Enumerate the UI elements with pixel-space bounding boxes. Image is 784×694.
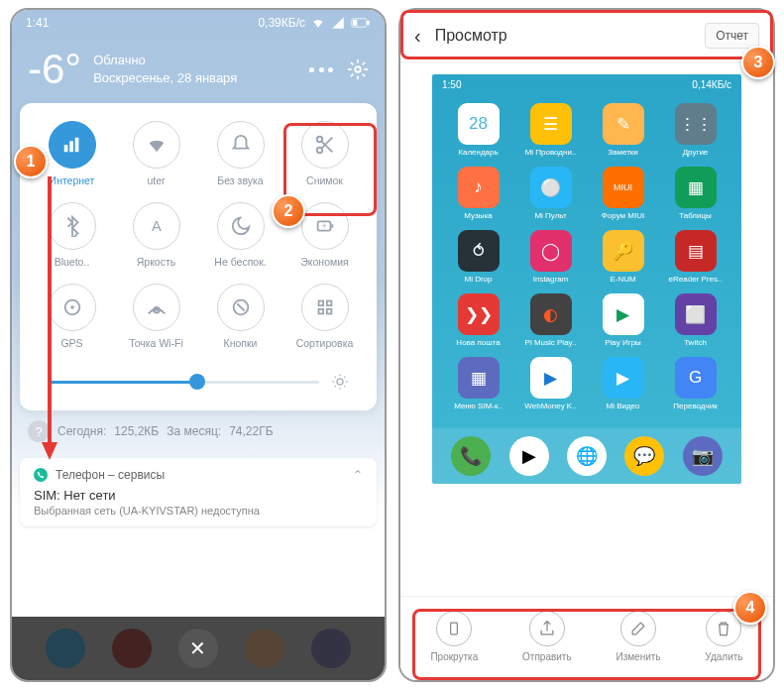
- svg-point-5: [316, 148, 322, 154]
- app-label: Форум MIUI: [593, 211, 654, 220]
- dock-icon-0[interactable]: 📞: [451, 436, 491, 476]
- bell-icon: [217, 121, 265, 169]
- action-edit[interactable]: Изменить: [616, 611, 660, 662]
- tile-brightness-a[interactable]: AЯркость: [119, 202, 194, 268]
- app-Twitch[interactable]: ⬜Twitch: [665, 293, 727, 347]
- report-button[interactable]: Отчет: [705, 23, 759, 49]
- tile-hotspot[interactable]: Точка Wi-Fi: [119, 284, 194, 349]
- app-Заметки[interactable]: ✎Заметки: [593, 103, 654, 157]
- usage-month-label: За месяц:: [167, 424, 221, 438]
- svg-text:A: A: [152, 218, 162, 234]
- app-icon: ⬜: [675, 293, 717, 335]
- dock-phone: [46, 629, 85, 668]
- app-Форум MIUI[interactable]: MIUIФорум MIUI: [593, 167, 654, 220]
- data-usage-row[interactable]: ? Сегодня: 125,2КБ За месяц: 74,22ГБ: [12, 410, 385, 452]
- dock-blurred: ✕: [12, 617, 385, 680]
- tile-label: Точка Wi-Fi: [119, 337, 194, 349]
- close-shade-button[interactable]: ✕: [178, 629, 218, 668]
- app-Музыка[interactable]: ♪Музыка: [448, 167, 509, 220]
- app-icon: ♪: [458, 167, 500, 208]
- svg-rect-15: [318, 309, 323, 314]
- tile-label: Сортировка: [287, 337, 363, 349]
- tile-wifi[interactable]: uter: [119, 121, 194, 186]
- app-icon: ▦: [675, 167, 717, 208]
- action-share[interactable]: Отправить: [522, 611, 572, 662]
- tile-label: uter: [119, 174, 194, 186]
- dock-youtube: [112, 629, 152, 668]
- app-label: eReader Pres..: [665, 275, 727, 284]
- phone-app-icon: [34, 468, 48, 482]
- app-Mi Drop[interactable]: ⥀Mi Drop: [448, 230, 509, 284]
- app-Переводчик[interactable]: GПереводчик: [665, 357, 727, 410]
- marker-3: 3: [741, 46, 775, 79]
- action-label: Прокрутка: [430, 651, 478, 662]
- app-Mi Проводни..[interactable]: ☰Mi Проводни..: [520, 103, 582, 157]
- app-Mi Пульт[interactable]: ⚪Mi Пульт: [520, 167, 582, 220]
- screenshot-preview[interactable]: 1:50 0,14КБ/с 28Календарь☰Mi Проводни..✎…: [400, 62, 773, 496]
- app-label: Mi Drop: [448, 275, 509, 284]
- quick-settings-panel: ИнтернетuterБез звукаСнимокBlueto..AЯрко…: [20, 103, 377, 410]
- app-Pi Music Play..[interactable]: ◐Pi Music Play..: [520, 293, 582, 347]
- dock-icon-4[interactable]: 📷: [683, 436, 723, 476]
- dock-icon-1[interactable]: ▶: [509, 436, 549, 476]
- app-Mi Видео[interactable]: ▶Mi Видео: [593, 357, 654, 410]
- notification-card[interactable]: Телефон – сервисы ⌃ SIM: Нет сети Выбран…: [20, 458, 377, 526]
- tile-sort[interactable]: Сортировка: [287, 284, 363, 349]
- app-Календарь[interactable]: 28Календарь: [448, 103, 509, 157]
- tile-label: Не беспок.: [203, 256, 279, 268]
- app-label: Переводчик: [665, 402, 727, 410]
- app-E-NUM[interactable]: 🔑E-NUM: [593, 230, 654, 284]
- dock-icon-3[interactable]: 💬: [624, 436, 664, 476]
- status-time: 1:41: [26, 16, 49, 30]
- actions-bar: ПрокруткаОтправитьИзменитьУдалить: [400, 596, 773, 680]
- svg-rect-13: [318, 301, 323, 306]
- wifi-icon: [311, 16, 325, 30]
- app-Play Игры[interactable]: ▶Play Игры: [593, 293, 654, 347]
- tile-scissors[interactable]: Снимок: [287, 121, 363, 186]
- dock-icon-2[interactable]: 🌐: [567, 436, 607, 476]
- sun-icon: [331, 373, 349, 391]
- svg-point-17: [337, 379, 343, 385]
- app-label: Mi Пульт: [520, 211, 582, 220]
- app-grid: 28Календарь☰Mi Проводни..✎Заметки⋮⋮Други…: [432, 95, 741, 428]
- usage-today-label: Сегодня:: [57, 424, 106, 438]
- weather-condition: Облачно: [93, 52, 237, 69]
- app-eReader Pres..[interactable]: ▤eReader Pres..: [665, 230, 727, 284]
- more-icon[interactable]: [309, 58, 333, 80]
- status-right: 0,39КБ/с: [258, 16, 371, 30]
- signal-icon: [49, 121, 96, 169]
- app-Меню SIM-к..[interactable]: ▦Меню SIM-к..: [448, 357, 509, 410]
- app-Нова пошта[interactable]: ❯❯Нова пошта: [448, 293, 509, 347]
- share-icon: [529, 611, 565, 646]
- svg-text:+: +: [321, 222, 326, 231]
- chevron-right-icon: ⌃: [353, 468, 363, 482]
- shot-time: 1:50: [442, 79, 461, 90]
- slider-track[interactable]: [48, 381, 319, 384]
- app-Instagram[interactable]: ◯Instagram: [520, 230, 582, 284]
- tile-bell[interactable]: Без звука: [203, 121, 279, 186]
- gear-icon[interactable]: [347, 58, 369, 80]
- app-icon: 28: [458, 103, 500, 145]
- status-speed: 0,39КБ/с: [258, 16, 305, 30]
- svg-point-11: [70, 305, 74, 309]
- app-WebMoney K..[interactable]: ▶WebMoney K..: [520, 357, 582, 410]
- app-Другие[interactable]: ⋮⋮Другие: [665, 103, 727, 157]
- app-icon: MIUI: [603, 167, 644, 208]
- app-label: Instagram: [520, 275, 582, 284]
- app-icon: ❯❯: [458, 293, 500, 335]
- weather-widget[interactable]: -6° Облачно Воскресенье, 28 января: [12, 36, 385, 103]
- action-scroll[interactable]: Прокрутка: [430, 611, 478, 662]
- tile-buttons[interactable]: Кнопки: [203, 284, 279, 349]
- edit-icon: [620, 611, 656, 646]
- app-icon: G: [675, 357, 717, 399]
- tile-moon[interactable]: Не беспок.: [203, 202, 279, 268]
- back-icon[interactable]: ‹: [414, 25, 421, 48]
- brightness-slider[interactable]: [30, 365, 367, 399]
- app-label: Музыка: [448, 211, 509, 220]
- svg-marker-20: [42, 442, 57, 460]
- notif-body: Выбранная сеть (UA-KYIVSTAR) недоступна: [34, 505, 363, 517]
- svg-rect-18: [451, 623, 458, 635]
- app-Таблицы[interactable]: ▦Таблицы: [665, 167, 727, 220]
- app-icon: ⥀: [458, 230, 500, 272]
- app-label: Mi Проводни..: [520, 148, 582, 157]
